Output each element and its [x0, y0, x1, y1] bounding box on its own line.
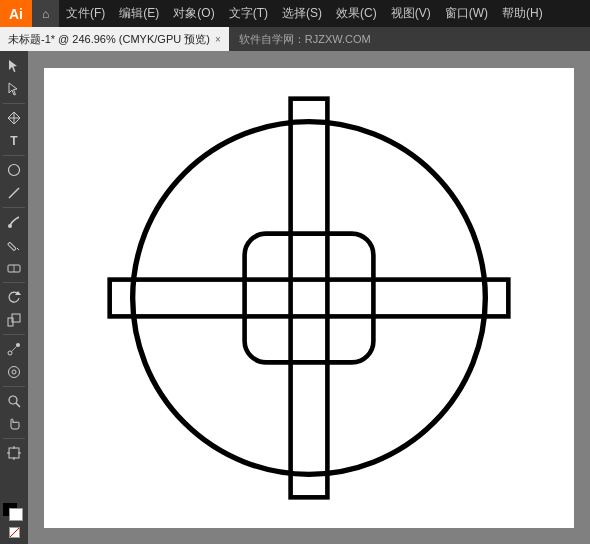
secondary-tab: 软件自学网：RJZXW.COM [229, 27, 381, 51]
pencil-tool-button[interactable] [2, 234, 26, 256]
menu-file[interactable]: 文件(F) [59, 0, 112, 27]
zoom-tool-button[interactable] [2, 390, 26, 412]
pen-tool-button[interactable] [2, 107, 26, 129]
titlebar: Ai ⌂ 文件(F) 编辑(E) 对象(O) 文字(T) 选择(S) 效果(C)… [0, 0, 590, 27]
svg-point-14 [9, 367, 20, 378]
stroke-color-box[interactable] [9, 508, 23, 521]
svg-line-17 [16, 403, 20, 407]
hand-tool-button[interactable] [2, 413, 26, 435]
canvas-area [28, 51, 590, 544]
tabbar: 未标题-1* @ 246.96% (CMYK/GPU 预览) × 软件自学网：R… [0, 27, 590, 51]
artboard-tool-button[interactable] [2, 442, 26, 464]
svg-line-13 [12, 347, 17, 352]
svg-rect-5 [8, 242, 16, 250]
type-tool-button[interactable]: T [2, 130, 26, 152]
menu-window[interactable]: 窗口(W) [438, 0, 495, 27]
svg-marker-0 [9, 60, 17, 72]
menu-select[interactable]: 选择(S) [275, 0, 329, 27]
color-controls [9, 527, 20, 538]
tab-close-button[interactable]: × [215, 34, 221, 45]
svg-rect-24 [291, 98, 328, 497]
selection-tool-button[interactable] [2, 55, 26, 77]
menu-object[interactable]: 对象(O) [166, 0, 221, 27]
svg-point-15 [12, 370, 16, 374]
svg-line-3 [9, 188, 19, 198]
toolbar-separator-2 [3, 155, 25, 156]
scale-tool-button[interactable] [2, 309, 26, 331]
toolbar-separator-6 [3, 386, 25, 387]
eraser-tool-button[interactable] [2, 257, 26, 279]
svg-point-4 [8, 224, 12, 228]
paintbrush-tool-button[interactable] [2, 211, 26, 233]
menu-view[interactable]: 视图(V) [384, 0, 438, 27]
home-button[interactable]: ⌂ [32, 0, 59, 27]
svg-point-16 [9, 396, 17, 404]
svg-point-23 [133, 121, 486, 474]
main-area: T [0, 51, 590, 544]
blend-tool-button[interactable] [2, 338, 26, 360]
menubar: 文件(F) 编辑(E) 对象(O) 文字(T) 选择(S) 效果(C) 视图(V… [59, 0, 590, 27]
svg-point-11 [8, 351, 12, 355]
color-selector [3, 503, 25, 538]
direct-selection-tool-button[interactable] [2, 78, 26, 100]
svg-rect-26 [245, 233, 374, 362]
none-color-box[interactable] [9, 527, 20, 538]
menu-edit[interactable]: 编辑(E) [112, 0, 166, 27]
svg-point-12 [16, 343, 20, 347]
toolbar-separator-3 [3, 207, 25, 208]
toolbar-separator-4 [3, 282, 25, 283]
ai-logo: Ai [0, 0, 32, 27]
toolbar-separator-7 [3, 438, 25, 439]
svg-rect-18 [9, 448, 19, 458]
canvas [44, 68, 574, 528]
menu-help[interactable]: 帮助(H) [495, 0, 550, 27]
fill-stroke-selector[interactable] [3, 503, 25, 523]
ellipse-tool-button[interactable] [2, 159, 26, 181]
svg-rect-25 [110, 279, 509, 316]
toolbar-separator-5 [3, 334, 25, 335]
artwork-svg [44, 68, 574, 528]
svg-point-2 [9, 165, 20, 176]
svg-marker-1 [9, 83, 17, 95]
menu-text[interactable]: 文字(T) [222, 0, 275, 27]
symbol-tool-button[interactable] [2, 361, 26, 383]
active-tab[interactable]: 未标题-1* @ 246.96% (CMYK/GPU 预览) × [0, 27, 229, 51]
menu-effect[interactable]: 效果(C) [329, 0, 384, 27]
toolbar-separator-1 [3, 103, 25, 104]
toolbar: T [0, 51, 28, 544]
rotate-tool-button[interactable] [2, 286, 26, 308]
line-tool-button[interactable] [2, 182, 26, 204]
tab-label: 未标题-1* @ 246.96% (CMYK/GPU 预览) [8, 32, 210, 47]
